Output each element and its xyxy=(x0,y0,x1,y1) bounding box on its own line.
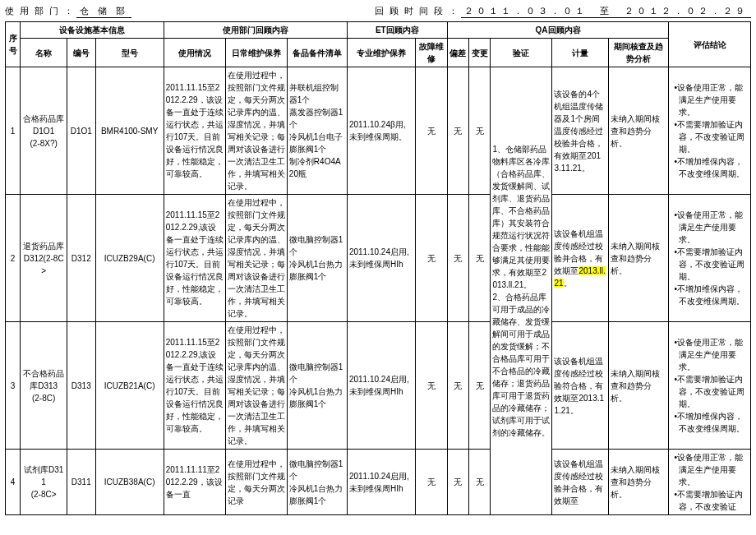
h-meas: 计量 xyxy=(552,39,609,67)
cell-conclusion: •设备使用正常，能满足生产使用要求。•不需要增加验证内容，不改变验证周期。•不增… xyxy=(669,67,751,195)
cell-model: ICUZB38A(C) xyxy=(95,450,164,515)
cell-spare: 并联机组控制器1个蒸发器控制器1个冷风机1台电子膨胀阀1个制冷剂R4O4A20瓶 xyxy=(287,67,347,195)
h-qa: QA回顾内容 xyxy=(447,22,669,39)
h-daily: 日常维护保养 xyxy=(225,39,287,67)
cell-trend: 未纳入期间核查和趋势分析。 xyxy=(609,450,669,515)
cell-seq: 4 xyxy=(6,450,21,515)
cell-seq: 3 xyxy=(6,322,21,450)
cell-code: D313 xyxy=(67,322,95,450)
cell-model: ICUZB29A(C) xyxy=(95,195,164,322)
cell-seq: 2 xyxy=(6,195,21,322)
cell-trend: 未纳入期间核查和趋势分析。 xyxy=(609,67,669,195)
cell-fault: 无 xyxy=(416,322,448,450)
cell-code: D1O1 xyxy=(67,67,95,195)
cell-pro: 2011.10.24启用,未到维保周HIh xyxy=(347,450,415,515)
cell-seq: 1 xyxy=(6,67,21,195)
cell-conclusion: •设备使用正常，能满足生产使用要求。•不需要增加验证内容，不改变验证 xyxy=(669,450,751,515)
cell-meas: 该设备机组温度传感经过校验符合格，有效期至2013.11.21。 xyxy=(552,322,609,450)
h-spare: 备品备件清单 xyxy=(287,39,347,67)
h-code: 编号 xyxy=(67,39,95,67)
cell-spare: 微电脑控制器1个冷风机1台热力膨胀阀1个 xyxy=(287,322,347,450)
cell-trend: 未纳入期间核查和趋势分析。 xyxy=(609,322,669,450)
h-name: 名称 xyxy=(21,39,67,67)
cell-pro: 2011.10.24β用,未到维保周期。 xyxy=(347,67,415,195)
cell-usage: 2011.11.15至2012.2.29,该设备一直处于连续运行状态，共运行10… xyxy=(164,322,225,450)
cell-chg: 无 xyxy=(469,195,491,322)
cell-meas: 该设备机组温度传感经过校验并合格，有效期至 xyxy=(552,450,609,515)
cell-model: ICUZB21A(C) xyxy=(95,322,164,450)
cell-name: 不合格药品库D313(2-8C) xyxy=(21,322,67,450)
cell-daily: 在使用过程中，按照部门文件规定，每天分两次记录 xyxy=(225,450,287,515)
h-ver: 验证 xyxy=(491,39,552,67)
cell-meas: 该设备的4个机组温度传储器及1个房间温度传感经过校验并合格，有效期至2013.1… xyxy=(552,67,609,195)
cell-chg: 无 xyxy=(469,450,491,515)
cell-pro: 2011.10.24启用,未到维保周HIh xyxy=(347,322,415,450)
cell-spare: 微电脑控制器1个冷风机1台热力膨胀阀1个 xyxy=(287,450,347,515)
cell-daily: 在使用过程中，按照部门文件规定，每天分两次记录库内的温、湿度情况，并填写相关记录… xyxy=(225,195,287,322)
cell-model: BMR4100-SMY xyxy=(95,67,164,195)
cell-dev: 无 xyxy=(447,450,468,515)
cell-meas: 该设备机组温度传感经过校验并合格，有效期至2013.ll.21。 xyxy=(552,195,609,322)
cell-trend: 未纳入期间核查和趋势分析。 xyxy=(609,195,669,322)
cell-name: 退货药品库D312(2-8C> xyxy=(21,195,67,322)
table-row: 3不合格药品库D313(2-8C)D313ICUZB21A(C)2011.11.… xyxy=(6,322,751,450)
table-row: 2退货药品库D312(2-8C>D312ICUZB29A(C)2011.11.1… xyxy=(6,195,751,322)
h-et: ET回顾内容 xyxy=(347,22,447,39)
cell-fault: 无 xyxy=(416,195,448,322)
h-fault: 故障维修 xyxy=(416,39,448,67)
cell-fault: 无 xyxy=(416,67,448,195)
h-usage: 使用情况 xyxy=(164,39,225,67)
dept-value: 仓 储 部 xyxy=(76,5,131,18)
cell-daily: 在使用过程中，按照部门文件规定，每天分两次记录库内的温、湿度情况，并填写相关记录… xyxy=(225,67,287,195)
cell-dev: 无 xyxy=(447,195,468,322)
cell-spare: 微电脑控制器1个冷风机1台热力膨胀阀1个 xyxy=(287,195,347,322)
cell-code: D311 xyxy=(67,450,95,515)
cell-conclusion: •设备使用正常，能满足生产使用要求。•不需要增加验证内容，不改变验证周期。•不增… xyxy=(669,195,751,322)
h-basic: 设备设施基本信息 xyxy=(21,22,164,39)
cell-pro: 2011.10.24启用,未到维保周HIh xyxy=(347,195,415,322)
h-chg: 变更 xyxy=(469,39,491,67)
table-header: 序 号 设备设施基本信息 使用部门回顾内容 ET回顾内容 QA回顾内容 评估结论… xyxy=(6,22,751,67)
table-row: 1合格药品库D1O1(2-8X?)D1O1BMR4100-SMY2011.11.… xyxy=(6,67,751,195)
review-table: 序 号 设备设施基本信息 使用部门回顾内容 ET回顾内容 QA回顾内容 评估结论… xyxy=(5,21,751,515)
h-conc: 评估结论 xyxy=(669,22,751,67)
period-value: ２０１１．０３．０１ 至 ２０１２．０２．２９ xyxy=(461,5,751,18)
cell-name: 合格药品库D1O1(2-8X?) xyxy=(21,67,67,195)
cell-usage: 2011.11.11至2012.2.29，该设备一直 xyxy=(164,450,225,515)
cell-name: 试剂库D311(2-8C> xyxy=(21,450,67,515)
period-label: 回 顾 时 间 段 ： xyxy=(375,5,459,18)
cell-code: D312 xyxy=(67,195,95,322)
table-row: 4试剂库D311(2-8C>D311ICUZB38A(C)2011.11.11至… xyxy=(6,450,751,515)
cell-dev: 无 xyxy=(447,67,468,195)
cell-daily: 在使用过程中，按照部门文件规定，每天分两次记录库内的温、湿度情况，并填写相关记录… xyxy=(225,322,287,450)
cell-chg: 无 xyxy=(469,67,491,195)
h-pro: 专业维护保养 xyxy=(347,39,415,67)
cell-chg: 无 xyxy=(469,322,491,450)
dept-label: 使 用 部 门 ： xyxy=(5,5,75,18)
cell-usage: 2011.11.15至2012.2.29,该设备一直处于连续运行状态，共运行10… xyxy=(164,195,225,322)
cell-usage: 2011.11.15至2012.2.29，该设备一直处于连续运行状态，共运行10… xyxy=(164,67,225,195)
h-model: 型号 xyxy=(95,39,164,67)
h-seq: 序 号 xyxy=(6,22,21,67)
cell-dev: 无 xyxy=(447,322,468,450)
h-dev: 偏差 xyxy=(447,39,468,67)
h-dept-review: 使用部门回顾内容 xyxy=(164,22,347,39)
cell-verification: 1、仓储部药品物料库区各冷库（合格药品库、发货缓解间、试剂库、退货药品库、不合格… xyxy=(491,67,552,515)
top-bar: 使 用 部 门 ： 仓 储 部 回 顾 时 间 段 ： ２０１１．０３．０１ 至… xyxy=(5,5,751,18)
cell-fault: 无 xyxy=(416,450,448,515)
h-trend: 期间核查及趋势分析 xyxy=(609,39,669,67)
cell-conclusion: •设备使用正常，能满足生产使用要求。•不需要增加验证内容，不改变验证周期。•不增… xyxy=(669,322,751,450)
